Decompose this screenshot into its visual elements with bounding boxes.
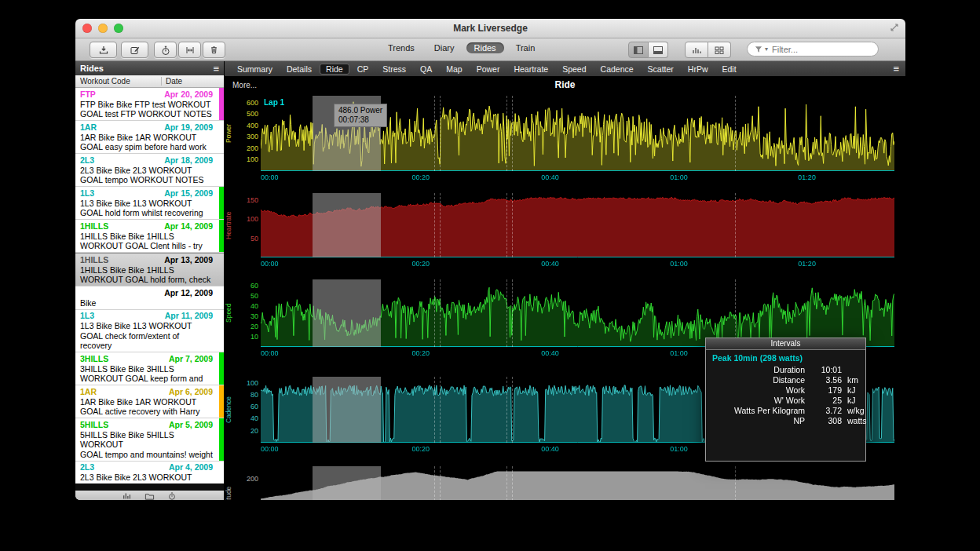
toggle-sidebar-button[interactable] — [628, 42, 649, 58]
y-tick-label: 10 — [250, 333, 258, 341]
intervals-button[interactable] — [178, 42, 201, 58]
ride-code: 1HILLS — [80, 221, 108, 232]
ride-list-item[interactable]: 1ARApr 19, 20091AR Bike Bike 1AR WORKOUT… — [75, 121, 224, 154]
interval-stat-value: 3.72 — [810, 406, 842, 415]
export-button[interactable] — [90, 42, 117, 58]
sidebar-footer — [75, 491, 224, 500]
chart-tab-speed[interactable]: Speed — [556, 64, 592, 75]
more-button[interactable]: More... — [232, 81, 257, 89]
ride-item-header: 2L3Apr 18, 2009 — [80, 155, 213, 166]
ride-color-bar — [219, 88, 224, 120]
delete-button[interactable] — [203, 42, 225, 58]
calendar-chart-icon[interactable] — [122, 491, 132, 500]
chart-tab-hrpw[interactable]: HrPw — [682, 64, 715, 75]
ride-code: 1HILLS — [80, 255, 108, 265]
single-view-button[interactable] — [685, 42, 708, 58]
selection-band — [313, 279, 381, 347]
ride-date: Apr 5, 2009 — [169, 420, 213, 430]
chart-heartrate-plot[interactable]: 00:0000:2000:4001:0001:20 — [261, 193, 894, 257]
chart-tab-edit[interactable]: Edit — [716, 64, 743, 75]
folder-icon[interactable] — [144, 491, 155, 500]
toggle-bottombar-button[interactable] — [649, 42, 668, 58]
interval-marker — [434, 466, 435, 500]
chart-tab-ride[interactable]: Ride — [320, 64, 349, 75]
sidebar-scroll-strip[interactable] — [75, 483, 224, 491]
close-button[interactable] — [82, 24, 92, 33]
ride-list-item[interactable]: 5HILLSApr 5, 20095HILLS Bike Bike 5HILLS… — [75, 418, 224, 462]
ride-list-item[interactable]: 2L3Apr 18, 20092L3 Bike Bike 2L3 WORKOUT… — [75, 154, 224, 187]
intervals-popup-title[interactable]: Intervals — [706, 338, 865, 350]
filter-field[interactable]: ▾ — [747, 42, 879, 57]
tiled-view-button[interactable] — [708, 42, 731, 58]
chart-tab-cadence[interactable]: Cadence — [594, 64, 640, 75]
chart-tab-summary[interactable]: Summary — [231, 64, 279, 75]
x-tick-label: 00:40 — [541, 349, 559, 357]
chart-tab-qa[interactable]: QA — [414, 64, 438, 75]
ride-list-item[interactable]: 2L3Apr 4, 20092L3 Bike Bike 2L3 WORKOUTG… — [75, 462, 224, 484]
ride-list-item[interactable]: 1HILLSApr 14, 20091HILLS Bike Bike 1HILL… — [75, 220, 224, 253]
ride-description: GOAL test FTP WORKOUT NOTES — [80, 109, 213, 119]
stopwatch-button[interactable] — [154, 42, 177, 58]
chart-altitude-plot[interactable] — [261, 466, 894, 500]
axis-label-heartrate: Heartrate — [225, 193, 232, 257]
ride-list-item[interactable]: 1L3Apr 15, 20091L3 Bike Bike 1L3 WORKOUT… — [75, 187, 224, 220]
interval-marker — [512, 377, 513, 443]
titlebar[interactable]: Mark Liversedge — [75, 19, 905, 38]
chart-tab-power[interactable]: Power — [470, 64, 506, 75]
column-date[interactable]: Date — [162, 77, 182, 86]
layout-toggle-group — [685, 42, 731, 58]
sidebar-title: Rides — [80, 64, 104, 73]
tab-train[interactable]: Train — [508, 42, 543, 53]
ride-color-bar — [219, 385, 224, 418]
y-tick-label: 200 — [247, 475, 258, 483]
ride-date: Apr 20, 2009 — [164, 89, 213, 100]
sidebar-menu-icon[interactable]: ≡ — [213, 64, 219, 74]
chart-tab-stress[interactable]: Stress — [376, 64, 412, 75]
ride-item-header: 1ARApr 19, 2009 — [80, 122, 213, 133]
ride-list-item[interactable]: 1L3Apr 11, 20091L3 Bike Bike 1L3 WORKOUT… — [75, 310, 224, 353]
interval-stat-unit: watts — [847, 416, 867, 425]
axis-label-power: Power — [225, 96, 232, 171]
ride-list-item[interactable]: 1HILLSApr 13, 20091HILLS Bike Bike 1HILL… — [75, 253, 224, 286]
ride-list-item[interactable]: FTPApr 20, 2009FTP Bike Bike FTP test WO… — [75, 88, 224, 121]
column-workout-code[interactable]: Workout Code — [75, 77, 162, 86]
minimize-button[interactable] — [98, 24, 108, 33]
ride-list-item[interactable]: Apr 12, 2009Bike — [75, 286, 224, 310]
chart-tab-heartrate[interactable]: Heartrate — [507, 64, 554, 75]
y-tick-label: 200 — [247, 144, 258, 152]
trash-icon — [209, 45, 219, 55]
stopwatch-small-icon[interactable] — [167, 491, 177, 500]
x-tick-label: 00:00 — [261, 260, 279, 268]
filter-input[interactable] — [770, 44, 871, 55]
zoom-button[interactable] — [114, 24, 123, 33]
ride-list-item[interactable]: 1ARApr 6, 20091AR Bike Bike 1AR WORKOUTG… — [75, 385, 224, 418]
tab-trends[interactable]: Trends — [380, 42, 422, 53]
chart-tab-cp[interactable]: CP — [351, 64, 375, 75]
interval-marker — [434, 193, 435, 257]
interval-marker — [512, 193, 513, 257]
ride-description: GOAL tempo WORKOUT NOTES — [80, 175, 213, 185]
ride-description: 2L3 Bike Bike 2L3 WORKOUT — [80, 166, 213, 176]
selection-band — [313, 193, 381, 257]
y-tick-label: 60 — [250, 403, 258, 411]
chart-tab-map[interactable]: Map — [440, 64, 468, 75]
fullscreen-icon[interactable] — [890, 23, 899, 32]
intervals-popup[interactable]: Intervals Peak 10min (298 watts) Duratio… — [705, 338, 866, 462]
y-tick-label: 400 — [247, 122, 258, 130]
chart-tab-scatter[interactable]: Scatter — [642, 64, 680, 75]
chart-power-plot[interactable]: Lap 1486.0 Power00:07:3800:0000:2000:400… — [261, 96, 894, 171]
interval-stat-unit: km — [847, 375, 867, 385]
tab-rides[interactable]: Rides — [466, 42, 504, 53]
edit-button[interactable] — [121, 42, 148, 58]
toolbar: TrendsDiaryRidesTrain ▾ — [75, 38, 905, 61]
ride-item-header: 1L3Apr 11, 2009 — [80, 311, 213, 321]
chart-tab-details[interactable]: Details — [280, 64, 318, 75]
chart-area: SummaryDetailsRideCPStressQAMapPowerHear… — [225, 61, 905, 500]
chart-menu-icon[interactable]: ≡ — [893, 64, 899, 74]
ride-code: 3HILLS — [80, 354, 108, 364]
chart-heartrate-yaxis: Heartrate50100150 — [225, 193, 261, 257]
ride-description: WORKOUT GOAL keep form and — [80, 374, 213, 384]
ride-list-item[interactable]: 3HILLSApr 7, 20093HILLS Bike Bike 3HILLS… — [75, 352, 224, 385]
tab-diary[interactable]: Diary — [426, 42, 463, 53]
ride-date: Apr 18, 2009 — [164, 155, 213, 166]
